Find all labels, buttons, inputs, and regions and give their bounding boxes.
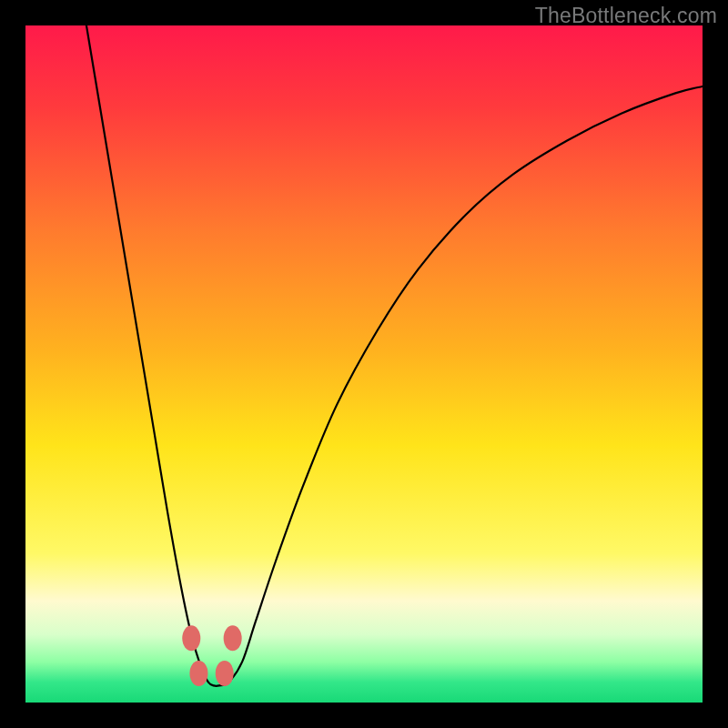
marker-right-upper	[224, 625, 242, 651]
marker-right-lower	[216, 661, 234, 686]
chart-frame	[25, 25, 703, 703]
marker-left-upper	[182, 625, 200, 651]
background-gradient-rect	[25, 25, 703, 703]
marker-left-lower	[189, 661, 207, 686]
watermark-text: TheBottleneck.com	[535, 4, 717, 28]
chart-plot	[25, 25, 703, 703]
